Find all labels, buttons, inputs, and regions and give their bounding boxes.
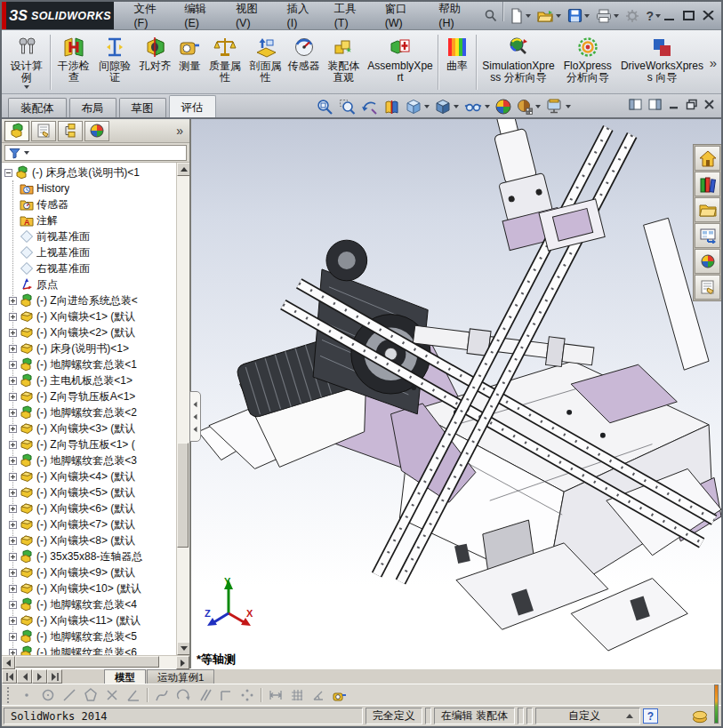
tree-item[interactable]: (-) 地脚螺纹套总装<2	[9, 404, 172, 420]
filter-dropdown-icon[interactable]	[24, 151, 29, 155]
tree-item[interactable]: (-) 地脚螺纹套总装<1	[9, 356, 172, 372]
tree-filter-input[interactable]	[4, 145, 187, 161]
assembly-3d-model[interactable]	[191, 119, 721, 668]
panel-right-toggle-button[interactable]	[648, 99, 662, 110]
display-style-dropdown-icon[interactable]	[454, 105, 459, 108]
tab-displaymanager[interactable]	[84, 121, 109, 141]
expand-expander-icon[interactable]	[9, 441, 17, 449]
point-tool-icon[interactable]	[17, 685, 36, 704]
tab-sketch[interactable]: 草图	[119, 98, 166, 117]
menu-edit[interactable]: 编辑(E)	[175, 0, 227, 33]
circle-tool-icon[interactable]	[38, 685, 57, 704]
angle-dim-tool-icon[interactable]	[309, 685, 327, 704]
expand-expander-icon[interactable]	[9, 361, 17, 369]
line-tool-icon[interactable]	[60, 685, 78, 704]
tab-nav-next-button[interactable]	[32, 669, 47, 684]
expand-expander-icon[interactable]	[9, 585, 17, 593]
view-settings-icon[interactable]	[544, 97, 573, 116]
ribbon-button-curvature[interactable]: 曲率	[441, 32, 473, 92]
tree-item[interactable]: (-) 35x35x88-连轴器总	[9, 548, 172, 564]
tab-model[interactable]: 模型	[104, 669, 146, 684]
appearances-icon[interactable]	[695, 249, 720, 274]
ribbon-button-sensor[interactable]: 传感器	[285, 32, 322, 92]
tree-item[interactable]: 原点	[9, 276, 172, 292]
tab-evaluate[interactable]: 评估	[169, 95, 216, 117]
custom-properties-icon[interactable]	[695, 275, 720, 300]
tree-item[interactable]: (-) Z向进给系统总装<	[9, 292, 172, 308]
spline-tool-icon[interactable]	[152, 685, 171, 704]
expand-expander-icon[interactable]	[9, 345, 17, 353]
scroll-track[interactable]	[15, 656, 176, 668]
panel-splitter-handle[interactable]	[189, 391, 201, 442]
arc-arrow-tool-icon[interactable]	[173, 685, 192, 704]
tab-nav-first-button[interactable]	[2, 669, 17, 684]
tab-assembly[interactable]: 装配体	[8, 98, 67, 117]
home-icon[interactable]	[695, 146, 720, 171]
expand-expander-icon[interactable]	[9, 393, 17, 401]
tree-item[interactable]: 前视基准面	[9, 228, 172, 244]
menu-window[interactable]: 窗口(W)	[376, 0, 430, 33]
expand-expander-icon[interactable]	[9, 473, 17, 481]
tree-item[interactable]: (-) X向镶块<4> (默认	[9, 468, 172, 484]
document-restore-button[interactable]	[686, 99, 697, 110]
ribbon-button-assemblyxpert[interactable]: AssemblyXpert	[366, 32, 436, 92]
expand-expander-icon[interactable]	[9, 409, 17, 417]
polygon-tool-icon[interactable]	[81, 685, 100, 704]
menu-file[interactable]: 文件(F)	[125, 0, 175, 33]
window-restore-button[interactable]	[683, 11, 695, 20]
tab-motion-study[interactable]: 运动算例1	[147, 669, 214, 684]
options-button[interactable]	[623, 7, 642, 25]
expand-expander-icon[interactable]	[9, 425, 17, 433]
expand-expander-icon[interactable]	[9, 553, 17, 561]
tree-item[interactable]: (-) 主电机板总装<1>	[9, 372, 172, 388]
scroll-track[interactable]	[177, 176, 189, 642]
tree-item[interactable]: (-) X向镶块<8> (默认	[9, 532, 172, 548]
tree-item[interactable]: 上视基准面	[9, 244, 172, 260]
tree-item[interactable]: (-) 地脚螺纹套总装<3	[9, 452, 172, 468]
status-help-button[interactable]: ?	[643, 708, 658, 724]
zoom-to-area-icon[interactable]	[337, 97, 357, 116]
menu-view[interactable]: 视图(V)	[227, 0, 278, 33]
toolbar-drag-handle[interactable]	[7, 687, 11, 703]
expand-expander-icon[interactable]	[9, 505, 17, 513]
corner-tool-icon[interactable]	[216, 685, 235, 704]
tree-item[interactable]: (-) 地脚螺纹套总装<4	[9, 596, 172, 612]
print-dropdown-icon[interactable]	[614, 14, 619, 18]
ribbon-overflow-button[interactable]: »	[707, 55, 719, 70]
expand-expander-icon[interactable]	[9, 649, 17, 656]
graphics-viewport[interactable]: Y X Z *等轴测	[191, 119, 721, 668]
tab-nav-previous-button[interactable]	[17, 669, 32, 684]
tab-featuremanager[interactable]	[4, 121, 29, 141]
view-orientation-icon[interactable]	[404, 97, 431, 116]
expand-expander-icon[interactable]	[9, 569, 17, 577]
scroll-right-button[interactable]	[176, 656, 189, 669]
ribbon-button-hole-alignment[interactable]: 孔对齐	[136, 32, 175, 92]
expand-expander-icon[interactable]	[9, 297, 17, 305]
menu-tools[interactable]: 工具(T)	[325, 0, 376, 33]
design-library-icon[interactable]	[695, 172, 720, 196]
ribbon-button-driveworksxpress[interactable]: DriveWorksXpress 向导	[617, 32, 706, 92]
new-document-button[interactable]	[507, 6, 534, 26]
help-button[interactable]: ?	[643, 7, 663, 25]
scroll-thumb[interactable]	[15, 656, 159, 668]
expand-expander-icon[interactable]	[9, 521, 17, 529]
cross-tool-icon[interactable]	[102, 685, 121, 704]
previous-view-icon[interactable]	[359, 97, 380, 116]
tree-item[interactable]: (-) X向镶块<2> (默认	[9, 324, 172, 340]
ribbon-button-floxpress[interactable]: FloXpress 分析向导	[558, 32, 617, 92]
expand-expander-icon[interactable]	[9, 313, 17, 321]
ribbon-button-design-study[interactable]: 设计算例	[5, 32, 47, 92]
window-close-button[interactable]	[703, 11, 714, 20]
coin-icon[interactable]	[691, 708, 709, 724]
print-button[interactable]	[593, 7, 622, 25]
ribbon-button-clearance-verify[interactable]: 间隙验证	[93, 32, 135, 92]
hide-show-dropdown-icon[interactable]	[485, 105, 490, 108]
file-explorer-icon[interactable]	[695, 197, 720, 222]
scroll-thumb[interactable]	[177, 443, 189, 548]
view-orientation-dropdown-icon[interactable]	[424, 105, 430, 108]
tab-propertymanager[interactable]	[31, 121, 56, 141]
tree-item[interactable]: (-) 地脚螺纹套总装<6	[9, 644, 172, 655]
ribbon-button-assembly-visualization[interactable]: 装配体直观	[322, 32, 366, 92]
expand-expander-icon[interactable]	[9, 633, 17, 641]
tree-item[interactable]: (-) X向镶块<5> (默认	[9, 484, 172, 500]
